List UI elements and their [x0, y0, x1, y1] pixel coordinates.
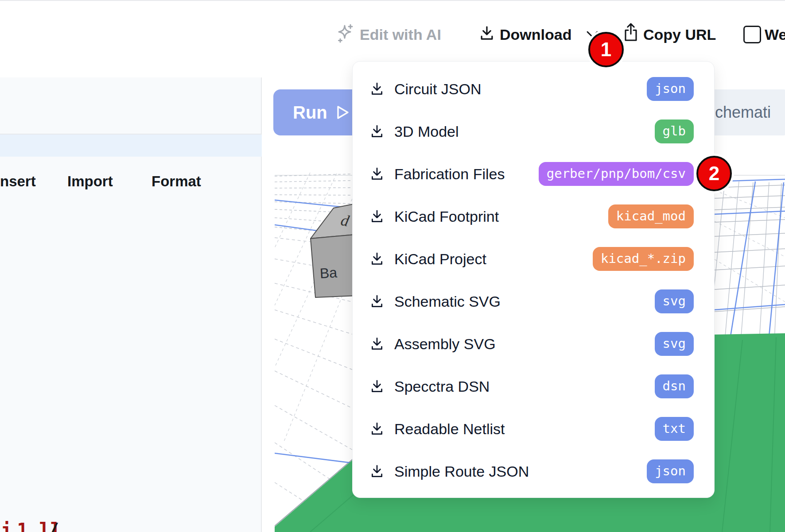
download-icon [478, 24, 495, 42]
share-icon [623, 22, 639, 42]
download-icon [369, 464, 385, 479]
download-icon [369, 294, 385, 309]
menu-item-label: KiCad Project [394, 251, 593, 268]
format-badge: svg [655, 289, 694, 313]
format-badge: glb [655, 120, 694, 143]
copy-url-button[interactable]: Copy URL [643, 25, 716, 44]
menubar-item-import[interactable]: Import [67, 173, 113, 190]
run-button[interactable]: Run [273, 89, 360, 135]
menu-item-circuit-json[interactable]: Circuit JSONjson [353, 68, 714, 110]
download-icon [369, 379, 385, 394]
tab-schematic[interactable]: chemati [709, 89, 785, 135]
step-badge-1: 1 [588, 32, 624, 67]
editor-active-line [0, 135, 262, 157]
download-icon [369, 251, 385, 266]
webview-checkbox[interactable] [743, 26, 761, 43]
menu-item-assembly-svg[interactable]: Assembly SVGsvg [353, 323, 714, 365]
format-badge: json [647, 459, 694, 483]
menu-item-label: KiCad Footprint [394, 208, 608, 225]
editor-code-fragment: i1 ll/ [1, 520, 12, 532]
step-badge-2: 2 [696, 156, 732, 191]
format-badge: gerber/pnp/bom/csv [539, 162, 694, 186]
download-icon [369, 166, 385, 181]
menu-item-kicad-footprint[interactable]: KiCad Footprintkicad_mod [353, 195, 714, 238]
webview-checkbox-label: We [765, 25, 785, 44]
menu-item-label: Specctra DSN [394, 378, 655, 395]
menu-item-3d-model[interactable]: 3D Modelglb [353, 110, 714, 153]
format-badge: svg [655, 332, 694, 356]
menu-item-label: Readable Netlist [394, 420, 655, 438]
sparkles-icon [335, 23, 354, 44]
menu-item-label: Assembly SVG [394, 335, 655, 353]
download-icon [369, 421, 385, 436]
menu-item-label: 3D Model [394, 123, 655, 140]
format-badge: kicad_*.zip [593, 247, 694, 271]
format-badge: kicad_mod [608, 204, 694, 228]
header-divider [0, 0, 785, 1]
menu-item-label: Simple Route JSON [394, 463, 647, 480]
menu-item-label: Circuit JSON [394, 81, 647, 98]
cube-front-label: Ba [319, 265, 338, 281]
menu-item-label: Fabrication Files [394, 166, 539, 183]
menu-item-specctra-dsn[interactable]: Specctra DSNdsn [353, 365, 714, 408]
download-dropdown-menu: Circuit JSONjson3D ModelglbFabrication F… [352, 61, 715, 498]
format-badge: txt [655, 417, 694, 441]
menu-item-fabrication-files[interactable]: Fabrication Filesgerber/pnp/bom/csv [353, 153, 714, 195]
download-icon [369, 124, 385, 139]
edit-with-ai-button[interactable]: Edit with AI [360, 25, 441, 44]
download-button[interactable]: Download [500, 25, 571, 44]
menu-item-schematic-svg[interactable]: Schematic SVGsvg [353, 280, 714, 323]
menu-item-kicad-project[interactable]: KiCad Projectkicad_*.zip [353, 238, 714, 280]
download-icon [369, 209, 385, 224]
play-icon [336, 105, 350, 120]
menu-item-readable-netlist[interactable]: Readable Netlisttxt [353, 408, 714, 450]
menubar-item-insert[interactable]: nsert [0, 173, 36, 190]
menubar-item-format[interactable]: Format [152, 173, 201, 190]
tab-schematic-label: chemati [715, 103, 771, 122]
download-icon [369, 81, 385, 96]
code-editor-panel[interactable]: nsert Import Format i1 ll/ [0, 77, 262, 532]
download-icon [369, 336, 385, 351]
format-badge: dsn [655, 374, 694, 398]
menu-item-simple-route-json[interactable]: Simple Route JSONjson [353, 450, 714, 493]
format-badge: json [647, 77, 694, 101]
menu-item-label: Schematic SVG [394, 293, 655, 310]
run-button-label: Run [293, 103, 327, 123]
